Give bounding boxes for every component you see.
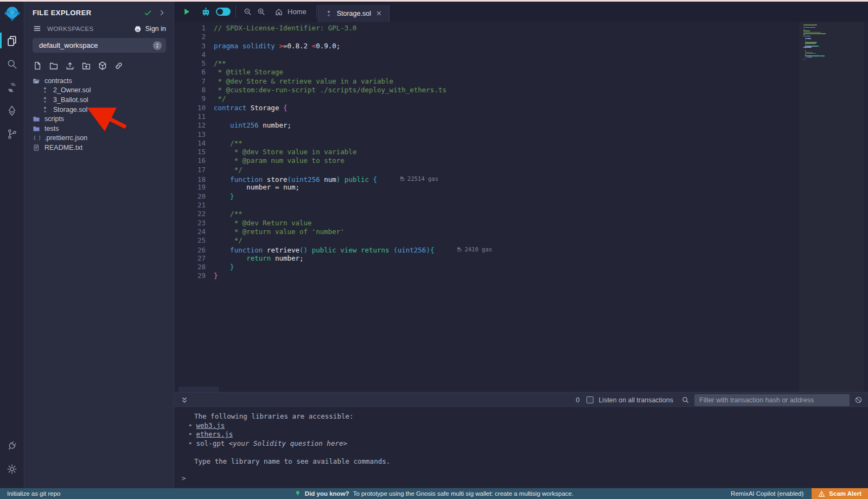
- panel-title: FILE EXPLORER: [33, 9, 143, 17]
- text-icon: [33, 144, 40, 151]
- line-number: 14: [174, 139, 206, 148]
- gas-value: 22514 gas: [407, 174, 438, 183]
- code-line: 10contract Storage {: [174, 104, 787, 112]
- plugin-manager-icon[interactable]: [0, 434, 24, 457]
- library-link[interactable]: ethers.js: [196, 430, 233, 438]
- terminal-toolbar: 0 Listen on all transactions: [174, 393, 868, 407]
- tab-label: Storage.sol: [337, 10, 371, 17]
- file-explorer-toolbar: [24, 53, 174, 74]
- code-line: 6 * @title Storage: [174, 68, 787, 77]
- scam-alert-label: Scam Alert: [829, 490, 861, 497]
- workspace-select[interactable]: default_workspace: [33, 38, 166, 53]
- transaction-filter-input[interactable]: [694, 394, 850, 406]
- code-line: 14 /**: [174, 139, 787, 148]
- settings-icon[interactable]: [0, 457, 24, 481]
- code-line: 20 }: [174, 192, 787, 201]
- remix-logo[interactable]: [4, 5, 21, 22]
- gas-estimate-badge: 2410 gas: [457, 245, 492, 254]
- workspace-selected-value: default_workspace: [39, 41, 153, 49]
- line-number: 22: [174, 210, 206, 218]
- horizontal-scrollbar[interactable]: [178, 387, 219, 392]
- new-folder-icon[interactable]: [49, 61, 59, 71]
- file-tree: contracts 2_Owner.sol 3_Ballot.sol Stora…: [24, 74, 174, 153]
- workspaces-menu-icon[interactable]: [33, 24, 42, 33]
- file-tree-item-storage-sol[interactable]: Storage.sol: [24, 105, 174, 115]
- code-line: 21: [174, 201, 787, 210]
- code-line: 22 /**: [174, 210, 787, 218]
- upload-folder-icon[interactable]: [81, 61, 91, 71]
- chevron-right-icon[interactable]: [158, 9, 166, 17]
- code-line: 9 */: [174, 94, 787, 103]
- line-number: 3: [174, 42, 206, 50]
- file-tree-item--prettierrc-json[interactable]: { } .prettierrc.json: [24, 134, 174, 143]
- zoom-in-button[interactable]: [257, 7, 266, 16]
- listen-all-transactions-label: Listen on all transactions: [598, 396, 673, 404]
- code-line: 26 function retrieve() public view retur…: [174, 245, 787, 254]
- line-number: 16: [174, 156, 206, 165]
- library-link[interactable]: web3.js: [196, 421, 225, 429]
- file-name: 3_Ballot.sol: [53, 96, 88, 104]
- line-number: 7: [174, 77, 206, 86]
- code-line: 5/**: [174, 59, 787, 68]
- close-tab-icon[interactable]: [375, 10, 382, 17]
- sign-in-label: Sign in: [145, 25, 166, 33]
- line-number: 5: [174, 59, 206, 68]
- copilot-toggle[interactable]: [216, 8, 231, 16]
- terminal-panel: 0 Listen on all transactions The followi…: [174, 392, 868, 488]
- upload-file-icon[interactable]: [65, 61, 75, 71]
- init-git-repo-button[interactable]: Initialize as git repo: [0, 490, 60, 497]
- search-icon[interactable]: [0, 52, 24, 75]
- code-line: 23 * @dev Return value: [174, 219, 787, 228]
- file-tree-item-scripts[interactable]: scripts: [24, 114, 174, 124]
- line-number: 19: [174, 183, 206, 192]
- clear-console-icon[interactable]: [854, 396, 863, 404]
- file-tree-item-3-ballot-sol[interactable]: 3_Ballot.sol: [24, 95, 174, 105]
- new-file-icon[interactable]: [33, 61, 42, 71]
- line-number: 25: [174, 236, 206, 245]
- tab-home[interactable]: Home: [268, 2, 313, 22]
- line-number: 2: [174, 33, 206, 41]
- gas-estimate-badge: 22514 gas: [400, 174, 438, 183]
- folder-icon: [33, 125, 40, 132]
- home-icon: [275, 8, 283, 16]
- create-workspace-template-icon[interactable]: [98, 61, 107, 71]
- solidity-compiler-icon[interactable]: [0, 75, 24, 99]
- listen-all-transactions-checkbox[interactable]: [586, 396, 593, 403]
- code-editor[interactable]: 1// SPDX-License-Identifier: GPL-3.023pr…: [174, 22, 868, 392]
- sign-in-button[interactable]: Sign in: [133, 24, 166, 33]
- code-line: 19 number = num;: [174, 183, 787, 192]
- deploy-run-icon[interactable]: [0, 99, 24, 122]
- github-icon: [133, 24, 142, 33]
- line-number: 27: [174, 254, 206, 263]
- line-number: 1: [174, 24, 206, 33]
- ai-copilot-button[interactable]: [200, 6, 212, 17]
- file-tree-item-readme-txt[interactable]: README.txt: [24, 143, 174, 153]
- code-lines: 1// SPDX-License-Identifier: GPL-3.023pr…: [174, 24, 787, 281]
- file-explorer-header: FILE EXPLORER: [24, 2, 174, 21]
- line-number: 15: [174, 148, 206, 156]
- tab-storage-sol[interactable]: Storage.sol: [318, 5, 390, 22]
- code-line: 3pragma solidity >=0.8.2 <0.9.0;: [174, 42, 787, 50]
- activity-bar-bottom: [0, 434, 24, 488]
- status-bar-right: RemixAI Copilot (enabled) Scam Alert: [723, 488, 868, 499]
- file-tree-item-2-owner-sol[interactable]: 2_Owner.sol: [24, 86, 174, 96]
- file-tree-item-contracts[interactable]: contracts: [24, 76, 174, 86]
- line-number: 24: [174, 228, 206, 236]
- library-arg: <your Solidity question here>: [229, 439, 347, 447]
- minimap[interactable]: [799, 22, 864, 392]
- git-icon[interactable]: [0, 122, 24, 146]
- main-area: Home Storage.sol 1// SPDX-License-Identi…: [174, 2, 868, 488]
- zoom-out-button[interactable]: [243, 7, 252, 16]
- file-explorer-icon[interactable]: [0, 29, 24, 52]
- code-line: 12 uint256 number;: [174, 121, 787, 130]
- copilot-status[interactable]: RemixAI Copilot (enabled): [723, 490, 812, 497]
- file-tree-item-tests[interactable]: tests: [24, 124, 174, 134]
- code-line: 25 */: [174, 236, 787, 245]
- solidity-icon: [41, 106, 49, 113]
- run-script-button[interactable]: [181, 7, 192, 17]
- code-line: 11: [174, 112, 787, 121]
- collapse-terminal-button[interactable]: [181, 396, 188, 404]
- terminal-library-item: •sol-gpt <your Solidity question here>: [182, 439, 868, 449]
- connect-localhost-icon[interactable]: [114, 61, 124, 71]
- scam-alert-button[interactable]: Scam Alert: [812, 488, 868, 499]
